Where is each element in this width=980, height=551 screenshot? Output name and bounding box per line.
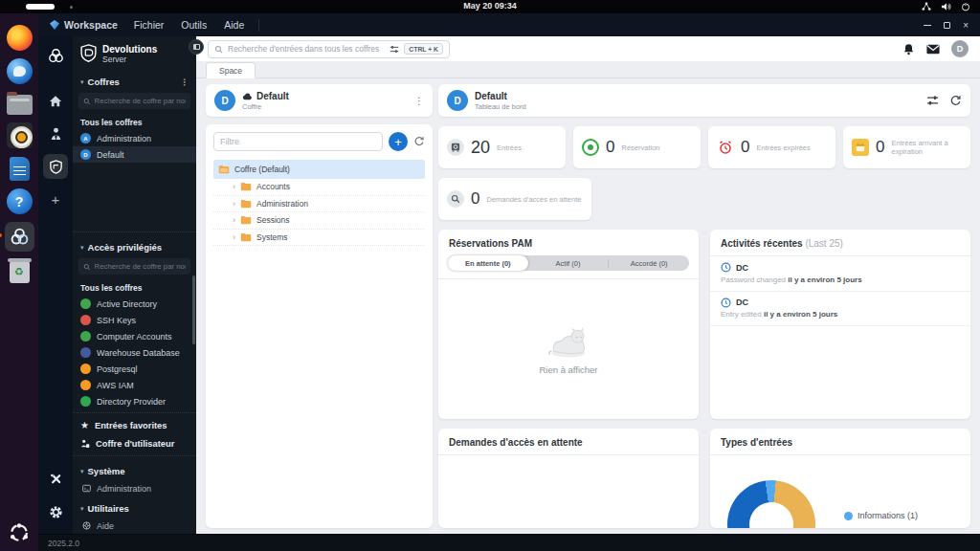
libreoffice-writer-icon[interactable]: [10, 157, 30, 181]
tree-filter-input[interactable]: [213, 132, 383, 151]
pam-tab-accorde[interactable]: Accordé (0): [609, 255, 689, 271]
sidebar-item-active-directory[interactable]: Active Directory: [73, 296, 196, 312]
tools-nav-icon[interactable]: [43, 467, 68, 492]
vault-search-input[interactable]: Recherche de coffre par nom: [78, 93, 190, 109]
minimize-button[interactable]: [924, 25, 931, 26]
sidebar-collapse-button[interactable]: [189, 39, 204, 55]
pam-tab-en-attente[interactable]: En attente (0): [448, 255, 528, 271]
caret-down-icon: ▾: [80, 78, 84, 86]
tree-root-coffre-default[interactable]: Coffre (Default): [213, 160, 425, 179]
stat-expired-entries[interactable]: 0 Entrées expirées: [708, 126, 835, 168]
rhythmbox-icon[interactable]: [7, 122, 33, 148]
menu-fichier[interactable]: Fichier: [125, 19, 173, 31]
tree-folder-systems[interactable]: › Systems: [213, 230, 425, 247]
firefox-icon[interactable]: [7, 25, 33, 51]
vault-menu-icon[interactable]: ⋮: [414, 96, 424, 106]
entry-types-panel: Types d'entrées Informations (1): [710, 429, 970, 528]
thunderbird-icon[interactable]: [7, 58, 33, 84]
activity-item[interactable]: DC Entry edited il y a environ 5 jours: [710, 292, 970, 327]
chevron-right-icon: ›: [233, 199, 235, 209]
vault-tree-card: + Coffre (Default) ›: [206, 124, 433, 528]
app-grid-icon[interactable]: [7, 519, 33, 545]
menu-workspace[interactable]: Workspace: [42, 19, 125, 31]
sidebar-item-postgresql[interactable]: Postgresql: [73, 361, 196, 377]
sidebar-item-administration-vault[interactable]: A Administration: [73, 130, 196, 146]
home-nav-icon[interactable]: [43, 89, 68, 114]
sidebar-item-computer-accounts[interactable]: Computer Accounts: [73, 328, 196, 344]
volume-icon[interactable]: [941, 2, 951, 11]
search-filter-icon[interactable]: [390, 45, 399, 54]
star-icon: ★: [80, 420, 89, 430]
help-icon[interactable]: ?: [7, 188, 33, 214]
devolutions-workspace-icon[interactable]: [5, 222, 34, 252]
stat-value: 0: [471, 189, 479, 209]
workspace-logo-icon: [50, 20, 59, 30]
devolutions-logo-icon[interactable]: [43, 43, 68, 68]
user-avatar[interactable]: D: [951, 40, 969, 57]
recent-activities-panel: Activités récentes (Last 25) DC Pa: [710, 230, 970, 419]
sidebar-item-ssh-keys[interactable]: SSH Keys: [73, 312, 196, 328]
menu-aide[interactable]: Aide: [215, 19, 253, 31]
folder-icon: [240, 232, 252, 242]
trash-icon[interactable]: ♻: [10, 261, 30, 283]
menu-outils[interactable]: Outils: [172, 19, 215, 31]
coffres-menu-icon[interactable]: ⋮: [180, 77, 189, 87]
divider: [438, 454, 699, 455]
chart-legend[interactable]: Informations (1): [844, 511, 918, 520]
close-button[interactable]: ×: [963, 20, 969, 31]
sidebar-item-warehouse-database[interactable]: Warehouse Database: [73, 344, 196, 361]
pam-nav-icon[interactable]: [43, 121, 68, 146]
tree-folder-accounts[interactable]: › Accounts: [213, 179, 425, 196]
clock[interactable]: May 20 09:34: [0, 1, 980, 11]
global-search-input[interactable]: [228, 44, 385, 54]
section-systeme[interactable]: ▾ Système: [73, 459, 196, 480]
sidebar-scrollbar[interactable]: [192, 276, 195, 344]
dashboard-title: Default: [475, 91, 507, 102]
admin-console-icon: [82, 484, 91, 493]
section-utilitaires[interactable]: ▾ Utilitaires: [73, 496, 196, 518]
sidebar-item-default-vault[interactable]: D Default: [73, 146, 196, 163]
provider-dot-icon: [80, 315, 91, 325]
sidebar-item-directory-provider[interactable]: Directory Provider: [73, 393, 196, 409]
section-coffres[interactable]: ▾ Coffres ⋮: [73, 70, 196, 91]
sidebar-item-aws-iam[interactable]: AWS IAM: [73, 377, 196, 393]
add-entry-button[interactable]: +: [389, 132, 408, 151]
tree-folder-administration[interactable]: › Administration: [213, 196, 425, 213]
messages-envelope-icon[interactable]: [926, 44, 940, 55]
screen: May 20 09:34 ? ♻ Workspace: [0, 0, 980, 551]
stat-reservation[interactable]: 0 Réservation: [573, 126, 701, 168]
file-manager-icon[interactable]: [7, 95, 33, 115]
notifications-bell-icon[interactable]: [902, 43, 915, 55]
stat-expiring-entries[interactable]: 0 Entrées arrivant à expiration: [843, 126, 970, 168]
global-search-box[interactable]: CTRL + K: [208, 40, 450, 58]
settings-gear-icon[interactable]: [43, 499, 68, 524]
sidebar-item-favorites[interactable]: ★ Entrées favorites: [73, 416, 196, 434]
sidebar-item-aide[interactable]: Aide: [73, 518, 196, 534]
stat-entries[interactable]: 20 Entrées: [438, 126, 566, 168]
network-icon[interactable]: [922, 2, 931, 11]
section-acces-privilegies[interactable]: ▾ Accès privilégiés: [73, 235, 196, 256]
sidebar-item-user-vault[interactable]: Coffre d'utilisateur: [73, 434, 196, 452]
maximize-button[interactable]: [944, 22, 950, 29]
cloud-icon: [242, 93, 253, 100]
power-icon[interactable]: [961, 2, 970, 11]
tree-folder-sessions[interactable]: › Sessions: [213, 212, 425, 230]
add-nav-icon[interactable]: +: [43, 187, 68, 211]
panels-row-1: Réservations PAM En attente (0) Actif (0…: [438, 230, 970, 419]
pam-reservations-panel: Réservations PAM En attente (0) Actif (0…: [438, 230, 699, 419]
dashboard-settings-icon[interactable]: [926, 95, 939, 106]
dashboard-refresh-icon[interactable]: [949, 95, 962, 107]
pam-tab-actif[interactable]: Actif (0): [528, 255, 609, 271]
tab-strip: Space: [196, 61, 980, 78]
vaults-nav-icon[interactable]: [43, 154, 68, 179]
tab-space[interactable]: Space: [206, 62, 256, 78]
activity-item[interactable]: DC Password changed il y a environ 5 jou…: [710, 256, 970, 292]
provider-dot-icon: [80, 347, 91, 358]
provider-dot-icon: [80, 364, 91, 374]
sidebar-item-system-administration[interactable]: Administration: [73, 480, 196, 496]
tree-refresh-icon[interactable]: [413, 136, 425, 147]
stat-pending-access-requests[interactable]: 0 Demandes d'accès en attente: [438, 178, 591, 220]
pam-search-input[interactable]: Recherche de coffre par nom: [78, 258, 190, 275]
app-version: 2025.2.0: [48, 539, 79, 548]
sidebar: Devolutions Server ▾ Coffres ⋮ Recherche…: [73, 36, 196, 534]
